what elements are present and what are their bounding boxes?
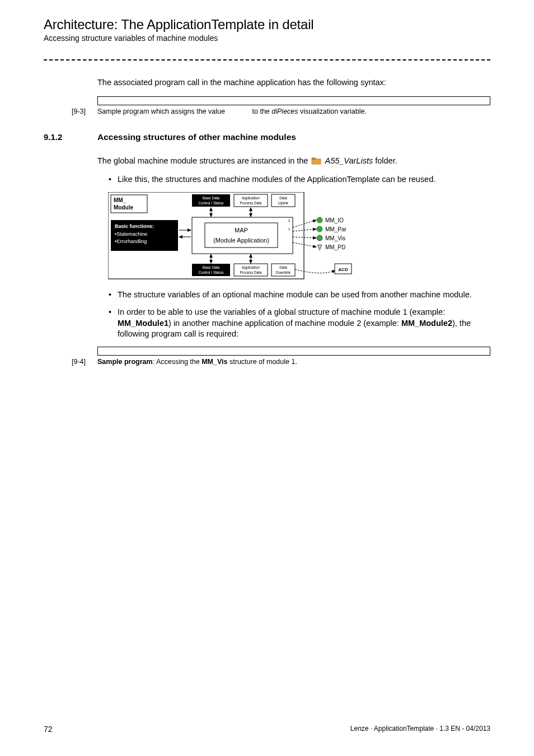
paragraph-1: The global machine module structures are…: [97, 156, 490, 167]
bullet-item: In order to be able to use the variables…: [109, 307, 490, 340]
svg-text:Data: Data: [279, 196, 287, 200]
page-title: Architecture: The ApplicationTemplate in…: [44, 17, 490, 32]
diagram-mm-1: MM_: [114, 197, 127, 203]
caption-text: Sample program which assigns the value t…: [97, 108, 490, 115]
svg-text:Control / Status: Control / Status: [199, 201, 224, 205]
caption-text: Sample program: Accessing the MM_Vis str…: [97, 358, 490, 366]
diagram-mm-2: Module: [114, 204, 133, 211]
svg-text:Application: Application: [242, 196, 260, 200]
svg-text:Base Data: Base Data: [203, 196, 220, 200]
caption-9-4: [9-4] Sample program: Accessing the MM_V…: [72, 358, 490, 366]
svg-point-37: [317, 235, 322, 241]
separator-dashed: [44, 59, 490, 60]
section-number: 9.1.2: [44, 132, 97, 142]
diagram-side-3: MM_Vis: [325, 235, 345, 241]
caption-label: [9-4]: [72, 358, 97, 366]
section-heading: 9.1.2 Accessing structures of other mach…: [44, 132, 490, 142]
diagram-acd: ACD: [338, 267, 348, 272]
diagram-side-4: MM_PD: [325, 244, 345, 250]
svg-point-36: [317, 226, 322, 232]
svg-text:Process Data: Process Data: [240, 201, 261, 205]
svg-line-31: [293, 220, 316, 227]
caption-9-3: [9-3] Sample program which assigns the v…: [72, 108, 490, 115]
module-diagram: MM_ Module Basic functions: •Statemachin…: [108, 192, 490, 282]
svg-text:Data: Data: [279, 265, 287, 269]
diagram-side-2: MM_Par: [325, 226, 346, 232]
diagram-side-1: MM_IO: [325, 217, 344, 223]
svg-point-35: [317, 217, 322, 223]
page-number: 72: [44, 725, 53, 734]
bullet-item: The structure variables of an optional m…: [109, 290, 490, 301]
section-title: Accessing structures of other machine mo…: [97, 132, 296, 142]
svg-line-34: [293, 242, 316, 247]
svg-line-32: [293, 229, 316, 231]
bullet-list-bottom: The structure variables of an optional m…: [109, 290, 490, 340]
caption-label: [9-3]: [72, 108, 97, 115]
svg-text:Process Data: Process Data: [240, 270, 261, 274]
svg-text:Control / Status: Control / Status: [199, 270, 224, 274]
page-subtitle: Accessing structure variables of machine…: [44, 34, 490, 43]
bullet-list-top: Like this, the structures and machine mo…: [109, 174, 490, 185]
diagram-map-1: MAP: [235, 227, 248, 234]
footer-text: Lenze · ApplicationTemplate · 1.3 EN - 0…: [350, 725, 490, 734]
code-box-1: [97, 96, 490, 105]
svg-text:Uplink: Uplink: [278, 201, 289, 206]
diagram-basic-title: Basic functions:: [115, 223, 154, 229]
svg-line-33: [293, 237, 316, 238]
intro-text: The associated program call in the machi…: [97, 77, 490, 88]
bullet-item: Like this, the structures and machine mo…: [109, 174, 490, 185]
folder-icon: [311, 157, 321, 164]
diagram-basic-1: •Statemachine: [115, 231, 147, 237]
svg-text:Downlink: Downlink: [276, 270, 291, 274]
svg-text:Base Data: Base Data: [203, 265, 220, 269]
diagram-map-2: (Module Application): [213, 237, 269, 244]
diagram-basic-2: •Errorhandling: [115, 239, 147, 244]
page-footer: 72 Lenze · ApplicationTemplate · 1.3 EN …: [44, 725, 490, 734]
svg-text:Application: Application: [242, 265, 260, 270]
code-box-2: [97, 347, 490, 356]
